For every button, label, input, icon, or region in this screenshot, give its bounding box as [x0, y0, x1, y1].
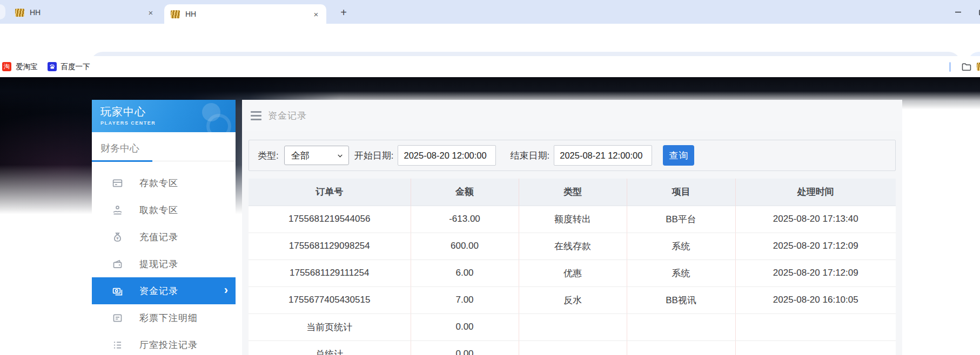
tab-close-icon[interactable]: ×: [311, 9, 321, 19]
chevron-down-icon: [337, 152, 344, 159]
start-date-label: 开始日期:: [354, 149, 394, 162]
table-cell: 7.00: [411, 286, 519, 313]
tab-close-icon[interactable]: ×: [146, 8, 156, 17]
sidebar-section-title: 财务中心: [92, 132, 236, 160]
end-date-input[interactable]: [554, 145, 652, 166]
fund-records-panel: 资金记录 类型: 全部 开始日期: 结束日期: 查询 订单号金额类型项目处理时间…: [242, 100, 902, 355]
tab-2-active[interactable]: HH ×: [164, 4, 326, 24]
table-row: 17556811291112546.00优惠系统2025-08-20 17:12…: [249, 260, 896, 286]
sidebar-item-彩票下注明细[interactable]: 彩票下注明细 ›: [92, 304, 236, 331]
baidu-paw-icon: [48, 62, 57, 71]
new-tab-button[interactable]: +: [336, 5, 351, 20]
column-header: 项目: [627, 179, 735, 206]
table-cell: [519, 340, 627, 355]
end-date-label: 结束日期:: [510, 149, 549, 162]
type-select-value: 全部: [291, 149, 310, 162]
table-cell: 在线存款: [519, 233, 627, 260]
sidebar-item-厅室投注记录[interactable]: 厅室投注记录 ›: [92, 331, 236, 355]
bookmarks-bar: 淘 爱淘宝 百度一下: [0, 56, 980, 77]
restore-button[interactable]: [970, 0, 980, 24]
column-header: 订单号: [249, 179, 411, 206]
player-center-sidebar: 玩家中心 PLAYERS CENTER 财务中心 存款专区 › 取款专区 › ¥…: [92, 100, 236, 355]
table-cell: 反水: [519, 286, 627, 313]
table-row: 17556774054305157.00反水BB视讯2025-08-20 16:…: [249, 286, 896, 313]
web-page: 玩家中心 PLAYERS CENTER 财务中心 存款专区 › 取款专区 › ¥…: [0, 77, 980, 355]
filter-bar: 类型: 全部 开始日期: 结束日期: 查询: [249, 140, 896, 171]
type-label: 类型:: [258, 149, 279, 162]
minimize-button[interactable]: [945, 0, 970, 24]
fund-record-icon: [111, 285, 123, 297]
sidebar-item-label: 提现记录: [139, 258, 178, 270]
tab-1[interactable]: HH ×: [9, 3, 161, 22]
tab-strip-edge: [0, 4, 5, 19]
bookmarks-folder-icon[interactable]: [961, 62, 972, 72]
table-header-row: 订单号金额类型项目处理时间: [249, 179, 896, 206]
table-cell: -613.00: [411, 206, 519, 233]
bookmark-baidu[interactable]: 百度一下: [43, 59, 95, 74]
fund-records-table: 订单号金额类型项目处理时间 1755681219544056-613.00额度转…: [249, 179, 896, 355]
sidebar-menu: 存款专区 › 取款专区 › ¥ 充值记录 › 提现记录 › 资金记录 › 彩票下…: [92, 169, 236, 355]
sidebar-item-label: 存款专区: [139, 177, 178, 189]
sidebar-item-充值记录[interactable]: ¥ 充值记录 ›: [92, 223, 236, 250]
site-favicon: [171, 10, 180, 18]
bookmark-drag-indicator: [949, 62, 951, 72]
table-cell: 6.00: [411, 260, 519, 286]
table-cell: 系统: [627, 260, 735, 286]
table-cell: 2025-08-20 17:12:09: [735, 260, 896, 286]
chevron-right-icon: ›: [224, 283, 228, 297]
table-cell: 总统计: [249, 340, 411, 355]
table-cell: 2025-08-20 16:10:05: [735, 286, 896, 313]
column-header: 处理时间: [735, 179, 896, 206]
svg-text:¥: ¥: [116, 236, 119, 241]
table-cell: 1755681129111254: [249, 260, 411, 286]
table-cell: 系统: [627, 233, 735, 260]
table-cell: 1755681129098254: [249, 233, 411, 260]
taobao-icon: 淘: [2, 62, 11, 71]
sidebar-item-label: 充值记录: [139, 231, 178, 243]
hamburger-icon[interactable]: [251, 111, 261, 120]
table-cell: 600.00: [411, 233, 519, 260]
page-title: 资金记录: [268, 110, 307, 122]
table-row: 1755681129098254600.00在线存款系统2025-08-20 1…: [249, 233, 896, 260]
table-cell: BB平台: [627, 206, 735, 233]
table-cell: 2025-08-20 17:12:09: [735, 233, 896, 260]
table-cell: 1755677405430515: [249, 286, 411, 313]
browser-toolbar: mgm1065.com/hhcp/usercenter.html?iniType…: [0, 24, 980, 56]
sidebar-item-取款专区[interactable]: 取款专区 ›: [92, 196, 236, 223]
table-cell: 0.00: [411, 340, 519, 355]
sidebar-item-label: 资金记录: [139, 285, 178, 297]
table-row: 当前页统计0.00: [249, 313, 896, 340]
tab-strip: HH × HH × +: [0, 0, 980, 24]
table-cell: [627, 340, 735, 355]
sidebar-item-存款专区[interactable]: 存款专区 ›: [92, 169, 236, 196]
sidebar-header: 玩家中心 PLAYERS CENTER: [92, 100, 236, 132]
lottery-list-icon: [111, 312, 123, 324]
start-date-input[interactable]: [398, 145, 496, 166]
sidebar-item-label: 取款专区: [139, 204, 178, 216]
sidebar-divider: [92, 160, 236, 162]
table-row: 总统计0.00: [249, 340, 896, 355]
bookmark-aitaobao[interactable]: 淘 爱淘宝: [1, 59, 42, 74]
withdraw-hand-icon: [111, 204, 123, 216]
table-cell: [735, 313, 896, 340]
search-button[interactable]: 查询: [663, 145, 694, 166]
clipped-favicon: [977, 63, 980, 71]
tab-title: HH: [30, 8, 146, 17]
column-header: 类型: [519, 179, 627, 206]
table-cell: BB视讯: [627, 286, 735, 313]
sidebar-item-资金记录[interactable]: 资金记录 ›: [92, 277, 236, 304]
table-cell: 当前页统计: [249, 313, 411, 340]
bookmark-label: 百度一下: [61, 62, 90, 72]
table-cell: 1755681219544056: [249, 206, 411, 233]
table-cell: 0.00: [411, 313, 519, 340]
room-bet-icon: [111, 339, 123, 351]
tab-title: HH: [185, 10, 311, 18]
table-cell: 额度转出: [519, 206, 627, 233]
sidebar-item-label: 彩票下注明细: [139, 312, 198, 324]
wallet-icon: [111, 258, 123, 270]
type-select[interactable]: 全部: [284, 146, 349, 165]
deposit-card-icon: [111, 177, 123, 189]
table-cell: [519, 313, 627, 340]
window-controls: [945, 0, 980, 24]
sidebar-item-提现记录[interactable]: 提现记录 ›: [92, 250, 236, 277]
